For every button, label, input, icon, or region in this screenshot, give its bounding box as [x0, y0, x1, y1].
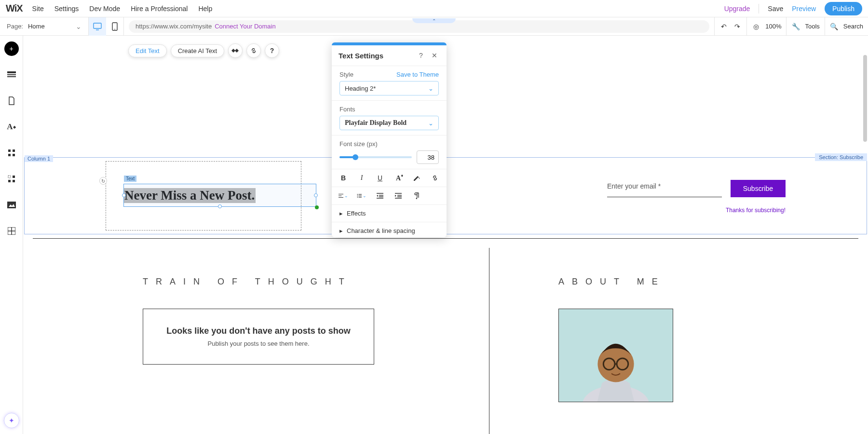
- menu-site[interactable]: Site: [32, 5, 44, 13]
- text-direction-button[interactable]: [412, 191, 421, 201]
- char-spacing-toggle[interactable]: ▸ Character & line spacing: [332, 222, 447, 237]
- no-posts-placeholder[interactable]: Looks like you don't have any posts to s…: [143, 309, 374, 365]
- menu-help[interactable]: Help: [198, 5, 212, 13]
- rotate-handle[interactable]: [315, 205, 319, 209]
- connect-domain-link[interactable]: Connect Your Domain: [215, 23, 275, 30]
- edit-text-button[interactable]: Edit Text: [128, 44, 167, 57]
- about-me-heading[interactable]: ABOUT ME: [558, 277, 665, 287]
- topbar-right: Upgrade Save Preview Publish: [724, 2, 862, 15]
- wix-logo[interactable]: WiX: [6, 3, 23, 14]
- my-business-icon[interactable]: [4, 172, 19, 186]
- chevron-right-icon: ▸: [339, 210, 343, 217]
- fontsize-label: Font size (px): [339, 140, 378, 148]
- menu-settings[interactable]: Settings: [54, 5, 79, 13]
- subscribe-button[interactable]: Subscribe: [731, 180, 786, 197]
- resize-handle-bottom[interactable]: [218, 204, 222, 208]
- publish-button[interactable]: Publish: [825, 2, 862, 15]
- svg-rect-0: [94, 23, 101, 28]
- selected-text-box[interactable]: Text: [123, 184, 316, 207]
- zoom-group[interactable]: ◎ 100%: [746, 17, 786, 35]
- column-tag[interactable]: Column 1: [25, 155, 53, 162]
- list-button[interactable]: ⌄: [357, 191, 366, 201]
- profile-image[interactable]: [558, 309, 673, 402]
- highlight-color-button[interactable]: [412, 173, 421, 183]
- svg-rect-9: [8, 154, 11, 156]
- underline-button[interactable]: U: [375, 173, 385, 183]
- char-spacing-label: Character & line spacing: [347, 227, 415, 234]
- add-element-button[interactable]: +: [4, 41, 19, 56]
- menu-dev-mode[interactable]: Dev Mode: [89, 5, 120, 13]
- style-select[interactable]: Heading 2* ⌄: [339, 81, 439, 95]
- editor-canvas[interactable]: Edit Text Create AI Text ? Text Settings…: [23, 36, 868, 434]
- save-button[interactable]: Save: [768, 5, 783, 13]
- slider-thumb[interactable]: [353, 154, 358, 160]
- ai-assistant-button[interactable]: ✦: [4, 413, 19, 428]
- input-underline: [607, 197, 722, 197]
- fontsize-slider[interactable]: [339, 156, 412, 158]
- search-group[interactable]: 🔍 Search: [825, 17, 868, 35]
- zoom-value: 100%: [765, 23, 781, 30]
- svg-rect-13: [8, 180, 11, 182]
- indent-button[interactable]: [393, 191, 403, 201]
- effects-toggle[interactable]: ▸ Effects: [332, 205, 447, 222]
- left-tool-panel: + A◆: [0, 36, 23, 434]
- top-center-handle[interactable]: ⌃: [412, 18, 456, 23]
- svg-rect-7: [8, 149, 11, 152]
- undo-button[interactable]: ↶: [719, 22, 728, 31]
- cms-icon[interactable]: [4, 224, 19, 238]
- bold-button[interactable]: B: [339, 173, 348, 183]
- text-theme-icon[interactable]: A◆: [4, 120, 19, 134]
- chevron-down-icon: ⌄: [76, 23, 81, 30]
- upgrade-link[interactable]: Upgrade: [724, 5, 750, 13]
- svg-point-3: [114, 28, 115, 29]
- page-selector[interactable]: Page: Home ⌄: [0, 17, 89, 35]
- app-market-icon[interactable]: [4, 146, 19, 160]
- refresh-handle-icon[interactable]: ↻: [99, 177, 107, 185]
- resize-handle-left[interactable]: [122, 193, 126, 197]
- align-button[interactable]: ⌄: [339, 191, 348, 201]
- train-of-thought-heading[interactable]: TRAIN OF THOUGHT: [143, 277, 352, 287]
- svg-rect-12: [13, 176, 15, 178]
- effects-label: Effects: [347, 210, 366, 217]
- text-link-button[interactable]: [430, 173, 440, 183]
- save-to-theme-link[interactable]: Save to Theme: [396, 71, 439, 78]
- svg-rect-15: [7, 202, 16, 208]
- tools-group[interactable]: 🔧 Tools: [786, 17, 824, 35]
- main-menu: Site Settings Dev Mode Hire a Profession…: [32, 5, 213, 13]
- fontsize-input[interactable]: [417, 150, 439, 164]
- sections-icon[interactable]: [4, 68, 19, 82]
- text-type-badge: Text: [124, 176, 136, 182]
- panel-close-button[interactable]: ✕: [429, 50, 440, 61]
- font-select[interactable]: Playfair Display Bold ⌄: [339, 116, 439, 130]
- fontsize-section: Font size (px): [332, 136, 447, 169]
- desktop-view-button[interactable]: [89, 17, 106, 36]
- svg-rect-6: [7, 76, 16, 77]
- avatar-illustration: [559, 309, 673, 402]
- preview-button[interactable]: Preview: [792, 5, 816, 13]
- resize-handle-right[interactable]: [314, 193, 318, 197]
- redo-button[interactable]: ↷: [733, 22, 742, 31]
- search-icon: 🔍: [830, 22, 839, 31]
- outdent-button[interactable]: [375, 191, 385, 201]
- top-menu-bar: WiX Site Settings Dev Mode Hire a Profes…: [0, 0, 868, 17]
- create-ai-text-button[interactable]: Create AI Text: [171, 44, 224, 57]
- media-icon[interactable]: [4, 198, 19, 212]
- scrollbar-thumb[interactable]: [863, 55, 867, 142]
- section-tag[interactable]: Section: Subscribe: [815, 153, 867, 161]
- right-tools: ↶ ↷ ◎ 100% 🔧 Tools 🔍 Search: [714, 17, 868, 35]
- text-color-button[interactable]: A♦: [393, 173, 403, 183]
- help-button[interactable]: ?: [265, 43, 279, 58]
- svg-point-27: [357, 197, 358, 198]
- email-input-field[interactable]: Enter your email *: [607, 182, 722, 197]
- svg-marker-39: [416, 197, 417, 199]
- vertical-scrollbar[interactable]: [862, 36, 867, 434]
- mobile-view-button[interactable]: [106, 17, 123, 36]
- italic-button[interactable]: I: [357, 173, 366, 183]
- desktop-icon: [93, 23, 102, 30]
- animation-button[interactable]: [228, 43, 243, 58]
- menu-hire-pro[interactable]: Hire a Professional: [131, 5, 188, 13]
- link-button[interactable]: [246, 43, 261, 58]
- pages-icon[interactable]: [4, 94, 19, 108]
- style-section: Style Save to Theme Heading 2* ⌄: [332, 66, 447, 101]
- panel-help-button[interactable]: ?: [416, 50, 426, 61]
